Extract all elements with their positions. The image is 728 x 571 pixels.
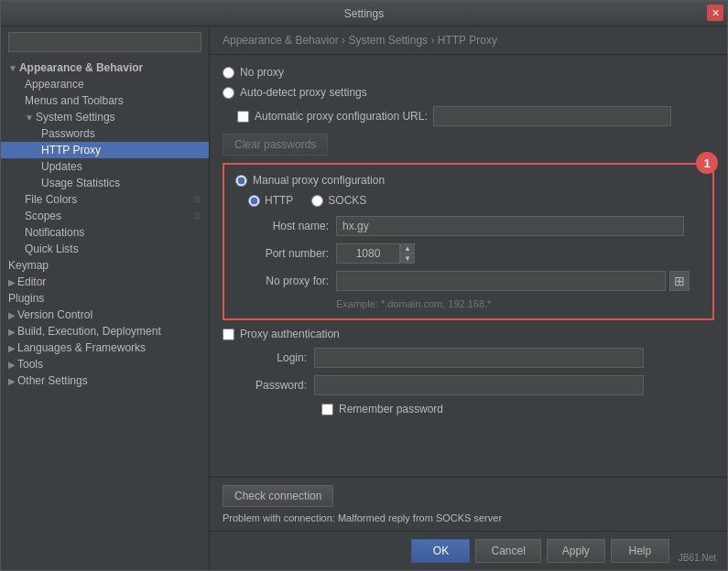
sidebar-item-build-exec[interactable]: ▶ Build, Execution, Deployment: [1, 323, 209, 339]
auto-config-row: Automatic proxy configuration URL:: [223, 106, 714, 126]
port-number-input[interactable]: [336, 243, 400, 264]
auto-detect-row: Auto-detect proxy settings: [223, 86, 714, 99]
proxy-auth-checkbox[interactable]: [223, 329, 234, 340]
http-protocol-label: HTTP: [265, 194, 293, 207]
login-input[interactable]: [314, 348, 644, 368]
help-button[interactable]: Help: [611, 539, 669, 563]
sidebar-item-editor[interactable]: ▶ Editor: [1, 274, 209, 290]
auto-detect-radio[interactable]: [223, 87, 234, 99]
arrow-icon: ▶: [8, 310, 16, 320]
title-bar: Settings ✕: [1, 1, 727, 27]
auto-config-input[interactable]: [433, 106, 671, 126]
sidebar-item-tools[interactable]: ▶ Tools: [1, 356, 209, 372]
http-protocol-radio[interactable]: [248, 195, 260, 207]
clear-passwords-button[interactable]: Clear passwords: [223, 134, 328, 156]
search-input[interactable]: [8, 32, 201, 52]
arrow-icon: ▶: [8, 277, 16, 287]
arrow-icon: ▶: [8, 327, 16, 337]
breadcrumb: Appearance & Behavior › System Settings …: [210, 27, 727, 55]
port-number-row: Port number: ▲ ▼: [235, 243, 701, 264]
sidebar-item-file-colors[interactable]: File Colors ⚙: [1, 191, 209, 208]
example-text: Example: *.domain.com, 192.168.*: [235, 298, 701, 309]
tree: ▼ Appearance & Behavior Appearance Menus…: [1, 58, 209, 570]
sidebar-item-scopes[interactable]: Scopes ⚙: [1, 208, 209, 224]
no-proxy-add-button[interactable]: ⊞: [669, 271, 690, 291]
cancel-button[interactable]: Cancel: [475, 539, 540, 563]
arrow-icon: ▼: [25, 113, 34, 123]
watermark: JB61.Net: [679, 553, 716, 563]
sidebar: ▼ Appearance & Behavior Appearance Menus…: [1, 27, 210, 570]
arrow-icon: ▶: [8, 360, 16, 370]
protocol-row: HTTP SOCKS: [235, 194, 701, 207]
remember-password-checkbox[interactable]: [321, 404, 333, 415]
sidebar-item-keymap[interactable]: Keymap: [1, 257, 209, 274]
auto-config-checkbox[interactable]: [237, 111, 249, 123]
ok-button[interactable]: OK: [411, 539, 470, 563]
remember-password-label: Remember password: [339, 403, 443, 415]
settings-content: No proxy Auto-detect proxy settings Auto…: [210, 55, 727, 477]
manual-proxy-label: Manual proxy configuration: [253, 174, 385, 187]
apply-button[interactable]: Apply: [547, 539, 605, 563]
no-proxy-for-row: No proxy for: ⊞: [235, 271, 701, 291]
no-proxy-for-input-wrap: ⊞: [336, 271, 690, 291]
close-button[interactable]: ✕: [707, 5, 723, 21]
check-connection-row: Check connection: [223, 485, 714, 507]
auto-detect-label: Auto-detect proxy settings: [240, 86, 367, 99]
port-increment-button[interactable]: ▲: [400, 243, 415, 253]
sidebar-item-appearance-behavior[interactable]: ▼ Appearance & Behavior: [1, 59, 209, 76]
no-proxy-radio[interactable]: [223, 67, 234, 79]
auto-config-label: Automatic proxy configuration URL:: [255, 110, 428, 123]
proxy-badge: 1: [696, 152, 718, 174]
password-label: Password:: [241, 379, 314, 392]
sidebar-item-system-settings[interactable]: ▼ System Settings: [1, 109, 209, 125]
sidebar-item-other-settings[interactable]: ▶ Other Settings: [1, 372, 209, 389]
host-name-row: Host name:: [235, 216, 701, 236]
manual-proxy-radio[interactable]: [235, 175, 247, 187]
port-spinner: ▲ ▼: [336, 243, 415, 264]
socks-protocol-label: SOCKS: [328, 194, 366, 207]
arrow-icon: ▶: [8, 343, 16, 353]
no-proxy-label: No proxy: [240, 66, 284, 79]
footer: OK Cancel Apply Help JB61.Net: [210, 531, 727, 570]
password-row: Password:: [223, 375, 714, 395]
window-title: Settings: [344, 7, 384, 20]
no-proxy-for-label: No proxy for:: [235, 275, 336, 287]
sidebar-item-plugins[interactable]: Plugins: [1, 290, 209, 307]
sidebar-item-notifications[interactable]: Notifications: [1, 224, 209, 241]
login-row: Login:: [223, 348, 714, 368]
main-panel: Appearance & Behavior › System Settings …: [210, 27, 727, 570]
sidebar-item-version-control[interactable]: ▶ Version Control: [1, 307, 209, 323]
arrow-icon: ▼: [8, 63, 17, 73]
password-input[interactable]: [314, 375, 644, 395]
socks-protocol-option: SOCKS: [311, 194, 366, 207]
remember-password-row: Remember password: [223, 403, 714, 415]
sidebar-item-menus-toolbars[interactable]: Menus and Toolbars: [1, 92, 209, 109]
no-proxy-for-input[interactable]: [336, 271, 666, 291]
sidebar-item-languages[interactable]: ▶ Languages & Frameworks: [1, 339, 209, 356]
auth-section: Proxy authentication Login: Password: Re…: [223, 328, 714, 415]
login-label: Login:: [241, 351, 314, 364]
proxy-auth-row: Proxy authentication: [223, 328, 714, 340]
settings-window: Settings ✕ ▼ Appearance & Behavior Appea…: [0, 0, 728, 571]
socks-protocol-radio[interactable]: [311, 195, 323, 207]
sidebar-item-quick-lists[interactable]: Quick Lists: [1, 241, 209, 257]
clear-passwords-row: Clear passwords: [223, 134, 714, 156]
main-content: ▼ Appearance & Behavior Appearance Menus…: [1, 27, 727, 570]
http-protocol-option: HTTP: [248, 194, 293, 207]
host-name-input[interactable]: [336, 216, 684, 236]
sidebar-item-http-proxy[interactable]: HTTP Proxy: [1, 142, 209, 158]
sidebar-item-updates[interactable]: Updates: [1, 158, 209, 175]
manual-proxy-radio-row: Manual proxy configuration: [235, 174, 701, 187]
port-number-label: Port number:: [235, 247, 336, 260]
port-decrement-button[interactable]: ▼: [400, 253, 415, 264]
bottom-bar: Check connection Problem with connection…: [210, 477, 727, 531]
proxy-auth-label: Proxy authentication: [240, 328, 340, 340]
check-connection-button[interactable]: Check connection: [223, 485, 333, 507]
sidebar-item-appearance[interactable]: Appearance: [1, 76, 209, 92]
scopes-icon: ⚙: [192, 210, 201, 222]
no-proxy-row: No proxy: [223, 66, 714, 79]
manual-proxy-box: 1 Manual proxy configuration HTTP: [223, 163, 714, 320]
sidebar-item-passwords[interactable]: Passwords: [1, 125, 209, 142]
arrow-icon: ▶: [8, 376, 16, 386]
sidebar-item-usage-statistics[interactable]: Usage Statistics: [1, 175, 209, 191]
